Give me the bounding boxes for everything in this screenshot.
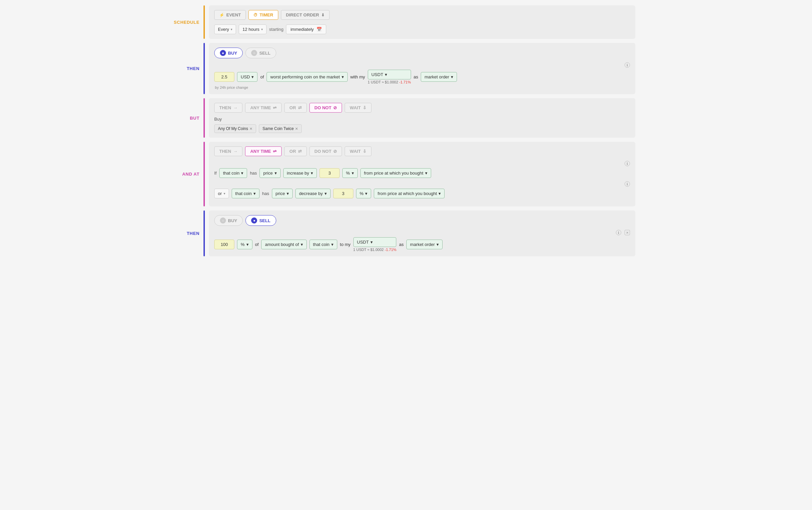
then1-content: ● BUY ○ SELL ℹ USD ▾ of	[209, 43, 635, 94]
cond2-or-dropdown[interactable]: or ▾	[214, 189, 229, 198]
then2-coin-dropdown[interactable]: that coin ▾	[310, 240, 337, 249]
andat-donot-tab[interactable]: DO NOT ⊘	[310, 146, 342, 156]
cond1-from-chevron: ▾	[425, 171, 428, 176]
then2-info-icon[interactable]: ℹ	[616, 230, 621, 235]
if-label: If	[214, 171, 216, 176]
tag-anycoins[interactable]: Any Of My Coins ✕	[214, 124, 256, 133]
but-label: BUT	[177, 98, 203, 138]
then2-order-dropdown[interactable]: market order ▾	[406, 240, 442, 249]
then2-buy-icon: ○	[220, 217, 226, 223]
cond2-action-chevron: ▾	[324, 191, 327, 196]
hours-chevron-icon: ▾	[261, 28, 263, 31]
cond1-unit-chevron: ▾	[352, 171, 354, 176]
andat-content: THEN → ANY TIME ⇌ OR ⇄ DO NOT ⊘ WAIT ⇩	[209, 142, 635, 206]
then2-amountof-chevron: ▾	[301, 242, 303, 247]
cond1-field-chevron: ▾	[274, 171, 277, 176]
usdt-dropdown[interactable]: USDT ▾	[368, 70, 411, 80]
anycoins-close-icon[interactable]: ✕	[250, 127, 253, 131]
but-wait-tab[interactable]: WAIT ⇩	[345, 103, 372, 113]
then2-amount-of-dropdown[interactable]: amount bought of ▾	[261, 240, 307, 249]
then2-sell-tab[interactable]: ● SELL	[245, 215, 276, 226]
then2-edit-icon[interactable]: ✕	[625, 230, 630, 235]
cond2-info-icon[interactable]: ℹ	[625, 181, 630, 187]
condition2-row: or ▾ that coin ▾ has price ▾ decrease by	[214, 189, 630, 198]
cond1-action-dropdown[interactable]: increase by ▾	[283, 168, 317, 178]
sell-icon: ○	[251, 50, 257, 56]
but-or-tab[interactable]: OR ⇄	[284, 103, 307, 113]
then2-unit-chevron: ▾	[246, 242, 249, 247]
cond2-field-dropdown[interactable]: price ▾	[272, 189, 293, 198]
cond1-action-chevron: ▾	[311, 171, 313, 176]
cond1-info-icon[interactable]: ℹ	[625, 161, 630, 166]
then2-coin-chevron: ▾	[331, 242, 334, 247]
then2-usdt-chevron: ▾	[371, 240, 373, 245]
but-anytime-tab[interactable]: ANY TIME ⇌	[245, 103, 282, 113]
coin-dropdown[interactable]: worst performing coin on the market ▾	[266, 72, 347, 82]
usdt-chevron-icon: ▾	[385, 72, 387, 77]
andat-wait-tab[interactable]: WAIT ⇩	[345, 146, 372, 156]
cond1-value-input[interactable]	[319, 168, 340, 178]
cond2-from-dropdown[interactable]: from price at which you bought ▾	[374, 189, 444, 198]
then2-amount-input[interactable]	[214, 240, 234, 249]
then2-tabs: ○ BUY ● SELL	[214, 215, 630, 226]
tab-event[interactable]: ⚡ EVENT	[214, 10, 246, 20]
cond2-unit-chevron: ▾	[365, 191, 368, 196]
buy-restriction-label: Buy	[214, 117, 630, 122]
cond1-coin-dropdown[interactable]: that coin ▾	[219, 168, 247, 178]
tab-timer[interactable]: ⏱ TIMER	[249, 10, 278, 20]
but-then-tab[interactable]: THEN →	[214, 103, 242, 113]
timer-icon: ⏱	[254, 13, 258, 18]
but-wait-icon: ⇩	[363, 105, 367, 110]
cond1-coin-chevron: ▾	[241, 171, 243, 176]
cond1-unit-dropdown[interactable]: % ▾	[342, 168, 358, 178]
every-dropdown[interactable]: Every ▾	[214, 25, 236, 34]
then2-buy-tab[interactable]: ○ BUY	[214, 215, 243, 226]
order-type-dropdown[interactable]: market order ▾	[421, 72, 457, 82]
andat-anytime-icon: ⇌	[273, 149, 277, 154]
cond2-field-chevron: ▾	[287, 191, 289, 196]
then2-usdt-dropdown[interactable]: USDT ▾	[353, 237, 397, 247]
coin-chevron-icon: ▾	[342, 74, 344, 80]
with-label: with my	[350, 74, 365, 80]
usdt-rate: 1 USDT ≈ $1.0002 -1.71%	[368, 80, 411, 84]
hours-dropdown[interactable]: 12 hours ▾	[239, 25, 266, 34]
but-donot-icon: ⊘	[333, 105, 337, 110]
then1-info-icon[interactable]: ℹ	[625, 62, 630, 68]
cond2-action-dropdown[interactable]: decrease by ▾	[295, 189, 330, 198]
then2-order-row: % ▾ of amount bought of ▾ that coin ▾ to…	[214, 237, 630, 252]
cond2-value-input[interactable]	[333, 189, 353, 198]
tag-row: Any Of My Coins ✕ Same Coin Twice ✕	[214, 124, 630, 133]
cond1-from-dropdown[interactable]: from price at which you bought ▾	[360, 168, 431, 178]
as-label: as	[414, 74, 418, 80]
cond2-coin-dropdown[interactable]: that coin ▾	[232, 189, 260, 198]
andat-or-tab[interactable]: OR ⇄	[284, 146, 307, 156]
andat-then-tab[interactable]: THEN →	[214, 146, 242, 156]
cond1-field-dropdown[interactable]: price ▾	[260, 168, 280, 178]
cond2-or-chevron: ▾	[224, 192, 225, 196]
tag-samecoin[interactable]: Same Coin Twice ✕	[259, 124, 302, 133]
andat-or-icon: ⇄	[298, 149, 302, 154]
but-donot-tab[interactable]: DO NOT ⊘	[310, 103, 342, 113]
andat-anytime-tab[interactable]: ANY TIME ⇌	[245, 146, 282, 156]
but-tabs: THEN → ANY TIME ⇌ OR ⇄ DO NOT ⊘ WAIT ⇩	[214, 103, 630, 113]
amount-input[interactable]	[214, 72, 234, 82]
currency-dropdown[interactable]: USD ▾	[237, 72, 258, 82]
cond2-unit-dropdown[interactable]: % ▾	[356, 189, 372, 198]
then2-unit-dropdown[interactable]: % ▾	[237, 240, 253, 249]
then2-as-label: as	[399, 242, 404, 247]
andat-then-icon: →	[233, 149, 237, 154]
andat-donot-icon: ⊘	[333, 149, 337, 154]
schedule-bar	[203, 5, 205, 39]
sell-tab[interactable]: ○ SELL	[245, 48, 276, 58]
immediately-button[interactable]: immediately 📅	[286, 25, 326, 34]
but-anytime-icon: ⇌	[273, 105, 277, 110]
cond2-from-chevron: ▾	[438, 191, 441, 196]
then2-of-label: of	[255, 242, 259, 247]
but-then-icon: →	[233, 105, 237, 110]
cond1-has-label: has	[250, 171, 257, 176]
samecoin-close-icon[interactable]: ✕	[295, 127, 298, 131]
tab-direct-order[interactable]: DIRECT ORDER ⬇	[281, 10, 329, 20]
coin-sub-label: by 24h price change	[215, 85, 630, 89]
buy-tab[interactable]: ● BUY	[214, 48, 243, 58]
but-body: Buy Any Of My Coins ✕ Same Coin Twice ✕	[214, 117, 630, 133]
